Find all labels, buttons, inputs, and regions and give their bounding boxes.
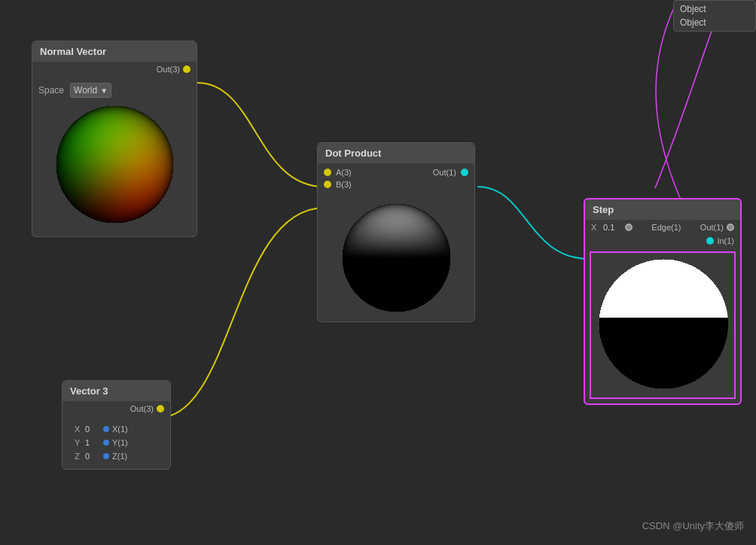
vector3-x-row: X 0 X(1) [69,422,164,436]
space-value: World [74,85,97,96]
normal-vector-out-port-row: Out(3) [32,62,197,77]
dot-product-preview [340,201,453,314]
normal-vector-title: Normal Vector [32,41,197,62]
step-x-value: 0.1 [603,223,622,232]
vector3-y1-label: Y(1) [112,438,128,447]
step-x-row: X 0.1 Edge(1) Out(1) [585,220,740,235]
dot-product-title: Dot Product [318,143,474,163]
partial-label-2: Object [680,17,749,28]
vector3-out-dot[interactable] [157,405,164,413]
dot-product-b-label: B(3) [336,180,352,189]
normal-vector-out-dot[interactable] [183,65,191,73]
vector3-x1-label: X(1) [112,425,128,434]
dropdown-arrow-icon: ▼ [100,87,108,95]
dot-product-out-label: Out(1) [433,168,456,177]
vector3-z-row: Z 0 Z(1) [69,449,164,463]
vector3-body: X 0 X(1) Y 1 Y(1) Z 0 Z(1) [62,416,170,469]
dot-product-ports: A(3) Out(1) B(3) [318,163,474,196]
normal-vector-node: Normal Vector Out(3) Space World ▼ [32,41,197,237]
step-edge-label: Edge(1) [651,223,681,232]
space-dropdown[interactable]: World ▼ [70,83,111,98]
dot-product-canvas [340,201,453,314]
partial-label-1: Object [680,4,749,14]
dot-product-portb-row: B(3) [324,180,468,189]
vector3-y-row: Y 1 Y(1) [69,436,164,449]
vector3-z-value: 0 [85,452,100,461]
step-x-label: X [591,223,600,232]
step-title: Step [585,199,740,220]
dot-product-a-label: A(3) [336,168,352,177]
step-preview [597,257,728,390]
step-x-port-dot[interactable] [625,224,633,231]
space-label: Space [38,85,64,96]
vector3-y-value: 1 [85,438,100,447]
vector3-z-dot[interactable] [103,453,109,459]
vector3-x-value: 0 [85,425,100,434]
vector3-node: Vector 3 Out(3) X 0 X(1) Y 1 Y(1) Z 0 Z(… [62,380,171,470]
dot-product-porta-row: A(3) Out(1) [324,168,468,177]
watermark: CSDN @Unity李大傻师 [642,519,744,533]
normal-vector-out-label: Out(3) [157,65,180,74]
step-canvas [597,257,728,390]
vector3-x-dot[interactable] [103,426,109,432]
vector3-out-label: Out(3) [130,404,154,413]
vector3-y-dot[interactable] [103,440,109,446]
step-in-dot[interactable] [706,237,714,245]
normal-vector-canvas [54,104,175,224]
vector3-out-row: Out(3) [62,401,170,416]
step-node: Step X 0.1 Edge(1) Out(1) In(1) [584,198,742,405]
partial-node-1: Object Object [673,0,756,32]
dot-product-b-dot[interactable] [324,181,331,188]
step-in-row: In(1) [585,235,740,247]
vector3-x-axis: X [75,425,82,434]
step-in-label: In(1) [717,236,734,245]
step-preview-border [590,251,736,399]
vector3-y-axis: Y [75,438,82,447]
space-row: Space World ▼ [38,83,191,98]
vector3-z1-label: Z(1) [112,452,127,461]
vector3-z-axis: Z [75,452,82,461]
normal-vector-preview [54,104,175,224]
dot-product-node: Dot Product A(3) Out(1) B(3) [317,142,475,322]
vector3-title: Vector 3 [62,381,170,401]
step-out-dot[interactable] [727,224,734,231]
step-out-label: Out(1) [700,223,724,232]
dot-product-a-dot[interactable] [324,169,331,176]
dot-product-out-dot[interactable] [461,169,468,176]
normal-vector-body: Space World ▼ [32,77,197,236]
